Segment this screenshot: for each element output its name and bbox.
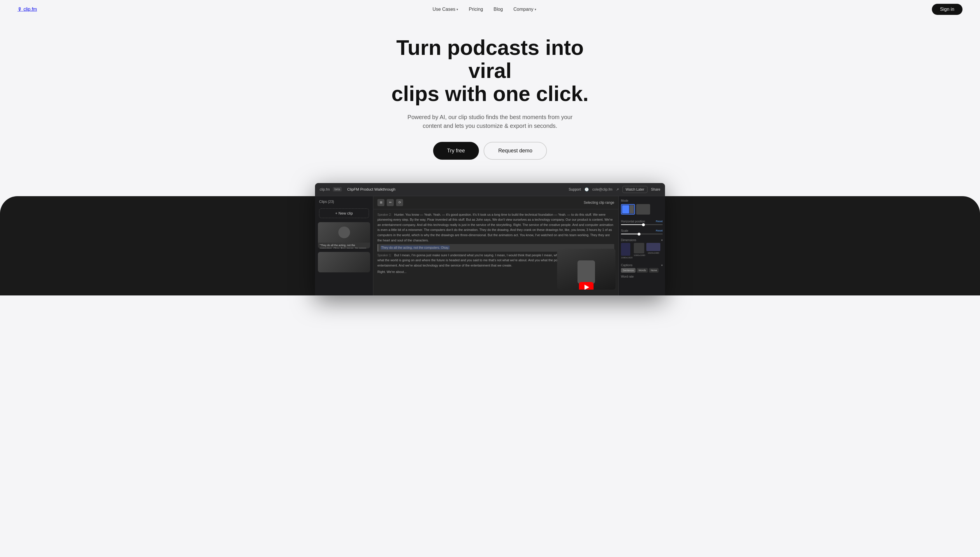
- dim-option-3[interactable]: 1920x1080: [646, 243, 660, 259]
- mode-thumb-split-inner: [621, 205, 634, 214]
- app-sidebar: Clips (23) + New clip "They do all the a…: [315, 196, 373, 295]
- app-topbar-right: Support 🕐 cole@clip.fm ↗ Watch Later Sha…: [569, 186, 660, 193]
- sidebar-clip-1[interactable]: "They do all the acting, not the compute…: [318, 222, 370, 248]
- request-demo-button[interactable]: Request demo: [484, 142, 547, 160]
- app-right-panel: Mode Horizontal position Reset: [618, 196, 665, 295]
- captions-options: Sentence Words None: [621, 268, 663, 273]
- app-logo-small: clip.fm: [320, 187, 330, 192]
- chevron-down-icon-2: ▾: [535, 8, 536, 11]
- toolbar-icon-btn-1[interactable]: ⊞: [377, 199, 385, 206]
- app-topbar: clip.fm beta ClipFM Product Walkthrough …: [315, 183, 665, 196]
- toolbar-icons: ⊞ ✏ ⟳: [377, 199, 403, 206]
- app-topbar-left: clip.fm beta ClipFM Product Walkthrough: [320, 187, 396, 192]
- scale-section: Scale Reset: [621, 229, 663, 232]
- youtube-play-button[interactable]: [579, 282, 594, 290]
- sidebar-clip-2[interactable]: [318, 252, 370, 272]
- new-clip-button[interactable]: + New clip: [319, 208, 369, 218]
- clip-thumb-image-2: [318, 252, 370, 272]
- dim-preview-3: [646, 243, 660, 251]
- app-topbar-actions: Watch Later Share: [622, 186, 660, 193]
- dim-option-2[interactable]: 1080x1080: [634, 243, 646, 259]
- panel-mode-label: Mode: [621, 199, 663, 202]
- logo-text: clip.fm: [23, 7, 37, 12]
- watch-later-button[interactable]: Watch Later: [622, 186, 647, 193]
- panel-dimensions: 1080x1920 1080x1080 1920x1080: [621, 243, 663, 259]
- transcript-speaker-2: Speaker 1:: [377, 254, 391, 257]
- clip-thumb-image-1: [318, 222, 370, 243]
- nav-blog[interactable]: Blog: [493, 7, 503, 12]
- app-main-toolbar: ⊞ ✏ ⟳ Selecting clip range: [373, 196, 618, 209]
- dim-preview-2: [634, 243, 644, 253]
- play-triangle-icon: [584, 285, 589, 290]
- caption-opt-none[interactable]: None: [649, 268, 659, 273]
- signin-button[interactable]: Sign in: [932, 4, 962, 15]
- word-rate-section: Word rate: [621, 275, 663, 278]
- mode-split-left: [622, 205, 629, 213]
- app-transcript: Speaker 2: Hunter. You know — Yeah. Yeah…: [373, 209, 618, 295]
- clip-caption-1: "They do all the acting, not the compute…: [318, 243, 370, 248]
- nav-use-cases[interactable]: Use Cases ▾: [433, 7, 458, 12]
- app-window-wrapper: clip.fm beta ClipFM Product Walkthrough …: [0, 183, 980, 295]
- logo-link[interactable]: 🎙 clip.fm: [18, 7, 37, 12]
- user-icon: 🕐: [584, 187, 589, 192]
- toolbar-right-label: Selecting clip range: [584, 200, 614, 205]
- nav-pricing[interactable]: Pricing: [469, 7, 483, 12]
- transcript-speaker-1: Speaker 2:: [377, 213, 391, 216]
- hero-buttons: Try free Request demo: [6, 142, 974, 160]
- scale-slider-thumb[interactable]: [638, 233, 641, 236]
- dim-label-2: 1080x1080: [634, 254, 646, 257]
- app-section: clip.fm beta ClipFM Product Walkthrough …: [0, 183, 980, 295]
- dim-preview-1: [621, 243, 630, 256]
- horizontal-slider-thumb[interactable]: [642, 223, 645, 226]
- captions-section: Captions ▾: [621, 264, 663, 267]
- mode-thumb-split[interactable]: [621, 204, 635, 215]
- transcript-text-3: Right. We're about...: [377, 270, 407, 274]
- horizontal-slider-track: [621, 224, 663, 225]
- navbar: 🎙 clip.fm Use Cases ▾ Pricing Blog Compa…: [0, 0, 980, 19]
- transcript-text-1: Hunter. You know — Yeah. Yeah. — it's go…: [377, 213, 613, 242]
- mode-thumb-single[interactable]: [636, 204, 650, 215]
- nav-links: Use Cases ▾ Pricing Blog Company ▾: [433, 7, 536, 12]
- dimensions-chevron-icon: ▾: [661, 238, 663, 242]
- dimensions-section: Dimensions ▾: [621, 238, 663, 242]
- nav-company[interactable]: Company ▾: [513, 7, 536, 12]
- horizontal-reset-link[interactable]: Reset: [655, 220, 663, 223]
- scale-slider-track: [621, 233, 663, 235]
- caption-opt-words[interactable]: Words: [637, 268, 648, 273]
- app-title-text: ClipFM Product Walkthrough: [347, 187, 396, 192]
- horizontal-position-slider[interactable]: [621, 224, 663, 225]
- hero-section: Turn podcasts into viral clips with one …: [0, 19, 980, 171]
- person-silhouette: [578, 261, 595, 284]
- support-text: Support: [569, 187, 581, 192]
- sidebar-clips-header: Clips (23): [315, 196, 373, 206]
- share-button[interactable]: Share: [651, 187, 660, 192]
- app-main: ⊞ ✏ ⟳ Selecting clip range Speaker 2: Hu…: [373, 196, 618, 295]
- caption-opt-sentence[interactable]: Sentence: [621, 268, 636, 273]
- clip-person-avatar: [338, 226, 350, 238]
- app-window: clip.fm beta ClipFM Product Walkthrough …: [315, 183, 665, 295]
- mode-split-right: [630, 205, 634, 213]
- scale-reset-link[interactable]: Reset: [655, 229, 663, 232]
- app-beta-badge: beta: [333, 187, 342, 192]
- hero-subtext: Powered by AI, our clip studio finds the…: [402, 113, 578, 130]
- dim-option-1[interactable]: 1080x1920: [621, 243, 633, 259]
- scale-slider-fill: [621, 233, 639, 235]
- captions-chevron-icon: ▾: [661, 264, 663, 267]
- horizontal-slider-fill: [621, 224, 644, 225]
- transcript-line-1: Speaker 2: Hunter. You know — Yeah. Yeah…: [377, 212, 614, 243]
- hero-headline: Turn podcasts into viral clips with one …: [373, 36, 607, 106]
- toolbar-icon-btn-3[interactable]: ⟳: [396, 199, 403, 206]
- user-email: cole@clip.fm: [592, 187, 612, 192]
- logo-icon: 🎙: [18, 7, 22, 12]
- toolbar-icon-btn-2[interactable]: ✏: [387, 199, 394, 206]
- dim-label-1: 1080x1920: [621, 256, 633, 259]
- try-free-button[interactable]: Try free: [433, 142, 479, 160]
- panel-mode-options: [621, 204, 663, 215]
- horizontal-position-section: Horizontal position Reset: [621, 220, 663, 223]
- app-body: Clips (23) + New clip "They do all the a…: [315, 196, 665, 295]
- dim-label-3: 1920x1080: [646, 252, 660, 254]
- scale-slider[interactable]: [621, 233, 663, 235]
- chevron-down-icon: ▾: [456, 8, 458, 11]
- share-icon: ↗: [616, 187, 619, 192]
- video-preview: [557, 249, 615, 290]
